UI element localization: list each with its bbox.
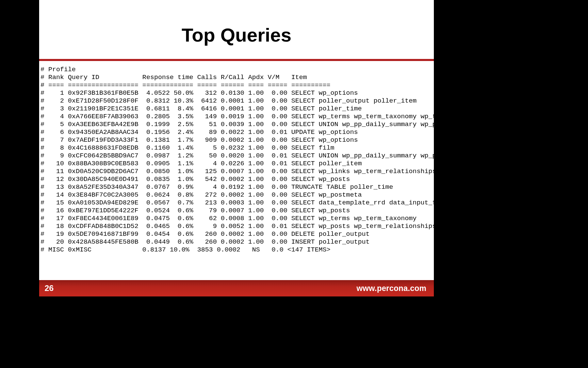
profile-output: # Profile # Rank Query ID Response time … bbox=[39, 61, 434, 254]
slide-title: Top Queries bbox=[39, 0, 434, 59]
footer-url: www.percona.com bbox=[357, 284, 426, 293]
page-number: 26 bbox=[45, 283, 54, 293]
slide-footer: 26 www.percona.com bbox=[39, 280, 434, 296]
slide: Top Queries # Profile # Rank Query ID Re… bbox=[39, 0, 434, 296]
